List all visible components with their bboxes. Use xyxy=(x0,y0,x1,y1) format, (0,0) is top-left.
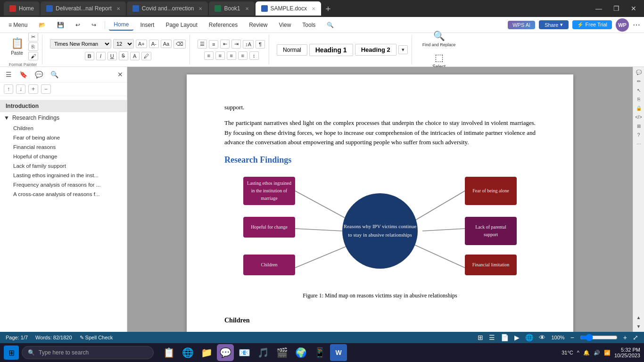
status-play[interactable]: ▶ xyxy=(514,334,520,341)
align-center[interactable]: ≡ xyxy=(215,51,225,60)
taskbar-app-media[interactable]: 🎬 xyxy=(273,344,290,361)
sidebar-intro-heading[interactable]: Introduction xyxy=(0,100,127,112)
format-painter-button[interactable]: 🖌 xyxy=(28,52,38,60)
numbering-button[interactable]: ≡ xyxy=(209,40,218,49)
bold-button[interactable]: B xyxy=(85,52,94,60)
tab-covid[interactable]: Covid and...orrection ✕ xyxy=(127,1,208,16)
sidebar-item-cross-case[interactable]: A cross-case analysis of reasons f... xyxy=(0,189,127,199)
sys-icon-network[interactable]: 📶 xyxy=(604,350,611,356)
ribbon-toggle[interactable]: ⋯ xyxy=(633,20,640,29)
sidebar-icon-bookmarks[interactable]: 🔖 xyxy=(17,70,29,79)
status-eye[interactable]: 👁 xyxy=(539,334,545,341)
sidebar-icon-comments[interactable]: 💬 xyxy=(33,70,45,79)
taskbar-search-box[interactable]: 🔍 Type here to search xyxy=(22,346,154,359)
menu-review[interactable]: Review xyxy=(244,20,272,30)
taskbar-app-edge[interactable]: 🌐 xyxy=(179,344,196,361)
share-button[interactable]: Share ▾ xyxy=(539,20,569,29)
line-spacing[interactable]: ↕ xyxy=(249,51,259,60)
style-heading1[interactable]: Heading 1 xyxy=(309,44,353,56)
menu-home[interactable]: Home xyxy=(109,19,133,31)
strikethrough-button[interactable]: S̶ xyxy=(119,51,128,60)
status-grid[interactable]: ⊞ xyxy=(478,334,483,341)
sidebar-item-lasting[interactable]: Lasting ethos ingrained in the inst... xyxy=(0,171,127,180)
scroll-down[interactable]: ▼ xyxy=(636,323,642,330)
fullscreen[interactable]: ⤢ xyxy=(633,334,638,341)
tab-deliverable[interactable]: Deliverabl...nal Report ✕ xyxy=(41,1,126,16)
menu-references[interactable]: References xyxy=(204,20,242,30)
tab-home[interactable]: Home xyxy=(4,1,40,16)
tool-more[interactable]: ⋯ xyxy=(636,140,642,148)
cut-button[interactable]: ✂ xyxy=(28,33,38,41)
increase-indent[interactable]: ⇥ xyxy=(231,40,241,49)
sidebar-nav-add[interactable]: + xyxy=(28,84,38,94)
font-size-decrease[interactable]: A- xyxy=(149,40,159,48)
font-color-button[interactable]: A xyxy=(130,52,140,60)
paste-button[interactable]: 📋 Paste xyxy=(8,35,26,58)
free-trial-button[interactable]: ⚡ Free Trial xyxy=(572,20,612,29)
window-minimize-button[interactable]: — xyxy=(592,4,606,13)
sort-button[interactable]: ↕A xyxy=(243,40,254,49)
sidebar-nav-up[interactable]: ↑ xyxy=(4,84,13,94)
taskbar-app-globe[interactable]: 🌍 xyxy=(292,344,309,361)
find-replace-button[interactable]: 🔍 Find and Replace xyxy=(420,28,459,49)
align-left[interactable]: ≡ xyxy=(204,51,214,60)
taskbar-app-mail[interactable]: 📧 xyxy=(236,344,253,361)
show-paragraph[interactable]: ¶ xyxy=(256,40,265,49)
menu-tools[interactable]: Tools xyxy=(297,20,320,30)
tool-lock[interactable]: 🔒 xyxy=(635,105,643,112)
underline-button[interactable]: U xyxy=(107,52,117,60)
taskbar-app-phone[interactable]: 📱 xyxy=(311,344,328,361)
user-avatar[interactable]: WP xyxy=(616,18,629,32)
taskbar-app-explorer[interactable]: 📁 xyxy=(198,344,215,361)
wps-ai-button[interactable]: WPS AI xyxy=(508,21,535,29)
tab-book1-close[interactable]: ✕ xyxy=(245,6,249,11)
spell-check[interactable]: ✎ Spell Check xyxy=(80,335,113,341)
sidebar-icon-search[interactable]: 🔍 xyxy=(49,70,60,79)
taskbar-app-word[interactable]: W xyxy=(330,344,347,361)
font-family-select[interactable]: Times New Roman xyxy=(50,39,111,49)
zoom-slider[interactable] xyxy=(580,334,618,341)
menu-page-layout[interactable]: Page Layout xyxy=(161,20,202,30)
italic-button[interactable]: I xyxy=(96,52,106,60)
menu-save[interactable]: 💾 xyxy=(52,20,69,30)
menu-hamburger[interactable]: ≡ Menu xyxy=(4,20,32,30)
document-area[interactable]: support. The participant narratives shed… xyxy=(127,67,633,332)
start-button[interactable]: ⊞ xyxy=(4,346,19,360)
taskbar-app-chat[interactable]: 💬 xyxy=(217,344,234,361)
sidebar-nav-down[interactable]: ↓ xyxy=(16,84,25,94)
tool-copy[interactable]: ⎘ xyxy=(636,96,641,103)
sidebar-item-children[interactable]: Children xyxy=(0,123,127,133)
sidebar-item-lack-family[interactable]: Lack of family support xyxy=(0,161,127,171)
font-size-increase[interactable]: A+ xyxy=(136,40,147,48)
decrease-indent[interactable]: ⇤ xyxy=(220,40,230,49)
status-lines[interactable]: ☰ xyxy=(489,334,495,341)
font-size-select[interactable]: 12 xyxy=(113,39,134,49)
sidebar-item-frequency[interactable]: Frequency analysis of reasons for ... xyxy=(0,180,127,189)
tab-deliverable-close[interactable]: ✕ xyxy=(116,6,120,11)
status-globe[interactable]: 🌐 xyxy=(525,334,533,341)
style-heading2[interactable]: Heading 2 xyxy=(355,44,396,56)
tool-layout[interactable]: ⊞ xyxy=(636,123,642,130)
tool-edit[interactable]: ✏ xyxy=(636,78,642,85)
menu-open[interactable]: 📂 xyxy=(34,20,50,30)
change-case-button[interactable]: Aa xyxy=(161,40,172,48)
menu-insert[interactable]: Insert xyxy=(135,20,159,30)
tool-comments[interactable]: 💬 xyxy=(635,69,643,76)
status-doc[interactable]: 📄 xyxy=(501,334,509,341)
tab-sample[interactable]: SAMPLE.docx ✕ xyxy=(256,1,321,16)
taskbar-clock[interactable]: 5:32 PM 10/25/2023 xyxy=(614,347,640,358)
tool-select[interactable]: ↖ xyxy=(636,87,642,94)
menu-undo[interactable]: ↩ xyxy=(71,20,85,30)
menu-view[interactable]: View xyxy=(274,20,296,30)
zoom-out[interactable]: − xyxy=(570,334,574,341)
new-tab-button[interactable]: ＋ xyxy=(324,3,332,14)
sidebar-item-hopeful[interactable]: Hopeful of change xyxy=(0,152,127,161)
tab-sample-close[interactable]: ✕ xyxy=(312,6,315,11)
clear-format-button[interactable]: ⌫ xyxy=(173,40,186,49)
bullets-button[interactable]: ☰ xyxy=(198,40,207,49)
sidebar-close-button[interactable]: ✕ xyxy=(117,71,123,78)
zoom-in[interactable]: + xyxy=(623,334,627,341)
sys-icon-expand[interactable]: ^ xyxy=(577,350,579,355)
window-maximize-button[interactable]: ❐ xyxy=(610,4,623,13)
tab-book1[interactable]: Book1 ✕ xyxy=(209,1,254,16)
